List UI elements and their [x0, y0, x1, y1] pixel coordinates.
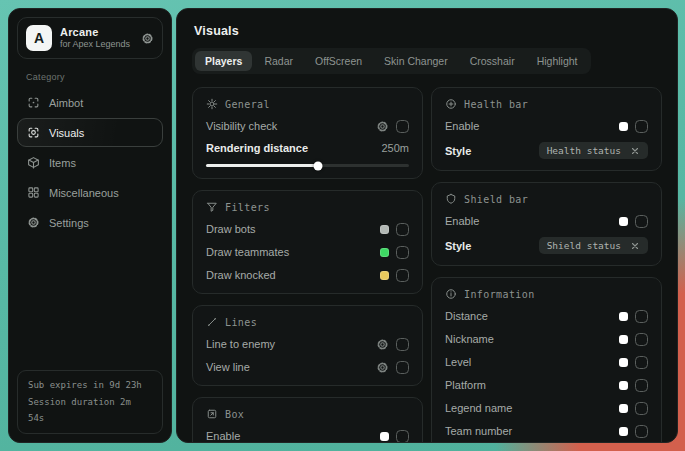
color-swatch[interactable] [619, 122, 628, 131]
app-window: A Arcane for Apex Legends Category Aimbo… [8, 8, 678, 443]
settings-row: View line [206, 360, 409, 374]
sun-icon [206, 98, 218, 110]
app-titles: Arcane for Apex Legends [60, 26, 130, 51]
checkbox[interactable] [635, 425, 648, 438]
row-controls [380, 223, 409, 236]
style-tag-label: Health status [547, 145, 621, 156]
style-tag-label: Shield status [547, 240, 621, 251]
slider-thumb[interactable] [313, 161, 322, 170]
health-icon [445, 98, 457, 110]
settings-row: Enable [445, 214, 648, 228]
rendering-distance-slider[interactable] [206, 164, 409, 167]
section-header: General [206, 98, 409, 110]
tab-players[interactable]: Players [195, 51, 252, 71]
settings-columns: GeneralVisibility checkRendering distanc… [192, 87, 662, 443]
close-icon[interactable] [630, 146, 640, 156]
checkbox[interactable] [635, 333, 648, 346]
section-health-bar: Health barEnableStyleHealth status [431, 87, 662, 171]
tab-bar: PlayersRadarOffScreenSkin ChangerCrossha… [192, 48, 591, 74]
checkbox[interactable] [396, 338, 409, 351]
tab-offscreen[interactable]: OffScreen [305, 51, 372, 71]
gear-icon [27, 216, 40, 229]
sub-expires-text: Sub expires in 9d 23h [28, 377, 152, 394]
gear-icon[interactable] [376, 338, 389, 351]
section-title: General [225, 99, 270, 110]
funnel-icon [206, 201, 218, 213]
checkbox[interactable] [635, 120, 648, 133]
section-header: Health bar [445, 98, 648, 110]
row-label: Visibility check [206, 120, 277, 132]
settings-row: Distance [445, 309, 648, 323]
box-icon [206, 408, 218, 420]
checkbox[interactable] [396, 269, 409, 282]
sidebar-item-aimbot[interactable]: Aimbot [17, 88, 163, 117]
color-swatch[interactable] [619, 427, 628, 436]
gear-icon[interactable] [376, 120, 389, 133]
tab-highlight[interactable]: Highlight [527, 51, 588, 71]
color-swatch[interactable] [619, 335, 628, 344]
row-label: Platform [445, 379, 486, 391]
checkbox[interactable] [396, 120, 409, 133]
settings-row: Enable [445, 119, 648, 133]
sidebar-item-label: Aimbot [49, 97, 83, 109]
color-swatch[interactable] [619, 217, 628, 226]
color-swatch[interactable] [619, 358, 628, 367]
settings-row: Enable [206, 429, 409, 443]
sidebar-item-visuals[interactable]: Visuals [17, 118, 163, 147]
color-swatch[interactable] [619, 381, 628, 390]
section-general: GeneralVisibility checkRendering distanc… [192, 87, 423, 179]
settings-row: Platform [445, 378, 648, 392]
close-icon[interactable] [630, 241, 640, 251]
section-title: Lines [225, 317, 257, 328]
row-controls [380, 246, 409, 259]
color-swatch[interactable] [619, 312, 628, 321]
app-subtitle: for Apex Legends [60, 39, 130, 50]
section-title: Information [464, 289, 535, 300]
color-swatch[interactable] [380, 225, 389, 234]
checkbox[interactable] [396, 223, 409, 236]
sidebar-item-miscellaneous[interactable]: Miscellaneous [17, 178, 163, 207]
sidebar-item-items[interactable]: Items [17, 148, 163, 177]
settings-row: Draw teammates [206, 245, 409, 259]
section-title: Shield bar [464, 194, 528, 205]
row-label: Legend name [445, 402, 512, 414]
settings-row: Legend name [445, 401, 648, 415]
settings-row: Nickname [445, 332, 648, 346]
row-controls [380, 430, 409, 443]
sidebar-item-label: Visuals [49, 127, 84, 139]
checkbox[interactable] [635, 402, 648, 415]
sidebar-nav: AimbotVisualsItemsMiscellaneousSettings [17, 87, 163, 238]
row-label: Line to enemy [206, 338, 275, 350]
section-header: Box [206, 408, 409, 420]
checkbox[interactable] [635, 356, 648, 369]
tab-crosshair[interactable]: Crosshair [460, 51, 525, 71]
row-controls [619, 310, 648, 323]
settings-row: Line to enemy [206, 337, 409, 351]
session-duration-text: Session duration 2m 54s [28, 394, 152, 427]
color-swatch[interactable] [380, 271, 389, 280]
gear-icon[interactable] [141, 32, 154, 45]
row-controls: Health status [539, 142, 648, 159]
checkbox[interactable] [396, 246, 409, 259]
info-icon [445, 288, 457, 300]
checkbox[interactable] [635, 379, 648, 392]
sidebar-item-settings[interactable]: Settings [17, 208, 163, 237]
row-label: Team number [445, 425, 512, 437]
checkbox[interactable] [396, 361, 409, 374]
color-swatch[interactable] [619, 404, 628, 413]
settings-row: Draw bots [206, 222, 409, 236]
color-swatch[interactable] [380, 432, 389, 441]
row-label: View line [206, 361, 250, 373]
gear-icon[interactable] [376, 361, 389, 374]
checkbox[interactable] [635, 310, 648, 323]
style-tag[interactable]: Health status [539, 142, 648, 159]
sidebar-item-label: Settings [49, 217, 89, 229]
checkbox[interactable] [635, 215, 648, 228]
color-swatch[interactable] [380, 248, 389, 257]
settings-row: Visibility check [206, 119, 409, 133]
style-tag[interactable]: Shield status [539, 237, 648, 254]
tab-skin-changer[interactable]: Skin Changer [374, 51, 458, 71]
tab-radar[interactable]: Radar [254, 51, 303, 71]
checkbox[interactable] [396, 430, 409, 443]
section-header: Lines [206, 316, 409, 328]
